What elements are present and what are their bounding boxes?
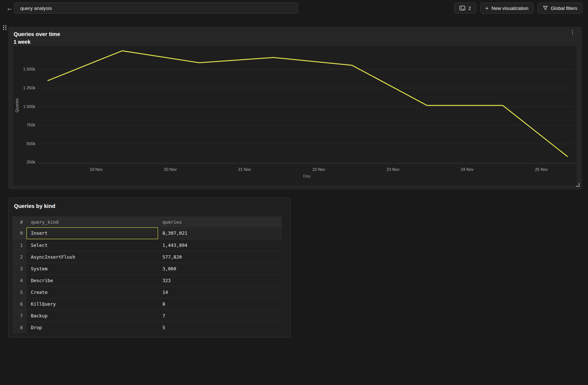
svg-text:22 Nov: 22 Nov	[312, 167, 325, 172]
query-kind-cell[interactable]: Describe	[26, 274, 158, 286]
queries-value-cell[interactable]: 323	[158, 274, 282, 286]
row-index-cell[interactable]: 8	[12, 321, 26, 333]
svg-text:19 Nov: 19 Nov	[90, 167, 103, 172]
svg-text:21 Nov: 21 Nov	[238, 167, 251, 172]
svg-text:1 500k: 1 500k	[23, 67, 36, 71]
table-header-row: # query_kind queries	[12, 216, 282, 227]
queries-value-cell[interactable]: 3,060	[158, 263, 282, 274]
svg-text:Day: Day	[303, 174, 311, 178]
row-index-cell[interactable]: 6	[12, 298, 26, 310]
queries-by-kind-table: # query_kind queries 0Insert8,307,0211Se…	[12, 216, 282, 333]
panel-resize-handle[interactable]	[576, 183, 580, 187]
table-row: 8Drop5	[12, 321, 282, 333]
query-kind-cell[interactable]: Backup	[26, 310, 158, 321]
panel-menu-button[interactable]: ⋮	[569, 29, 576, 36]
column-header-index[interactable]: #	[12, 216, 26, 227]
table-row: 5Create14	[12, 286, 282, 298]
back-button[interactable]: ←	[4, 3, 15, 13]
svg-text:250k: 250k	[26, 160, 35, 164]
query-kind-cell[interactable]: Drop	[26, 321, 158, 333]
svg-text:1 000k: 1 000k	[23, 104, 36, 109]
queries-value-cell[interactable]: 7	[158, 310, 282, 321]
svg-text:750k: 750k	[26, 123, 35, 127]
drag-dots-icon	[2, 24, 7, 31]
query-kind-cell[interactable]: Insert	[26, 227, 158, 239]
svg-text:25 Nov: 25 Nov	[535, 167, 548, 172]
back-arrow-icon: ←	[6, 4, 13, 12]
chart-panel-title: Queries over time	[14, 31, 60, 37]
query-kind-cell[interactable]: System	[26, 263, 158, 274]
kebab-menu-icon: ⋮	[570, 29, 576, 35]
queries-over-time-chart: 250k500k750k1 000k1 250k1 500k19 Nov20 N…	[13, 46, 577, 186]
new-visualization-button[interactable]: + New visualization	[480, 3, 534, 14]
query-kind-cell[interactable]: KillQuery	[26, 298, 158, 310]
queries-value-cell[interactable]: 8	[158, 298, 282, 310]
table-row: 3System3,060	[12, 263, 282, 274]
row-index-cell[interactable]: 4	[12, 274, 26, 286]
topbar-actions: 2 + New visualization Global filters	[454, 3, 582, 14]
queries-value-cell[interactable]: 5	[158, 321, 282, 333]
sql-console-icon	[459, 6, 465, 11]
query-kind-cell[interactable]: AsyncInsertFlush	[26, 251, 158, 263]
svg-text:Queries: Queries	[15, 98, 19, 112]
svg-text:24 Nov: 24 Nov	[461, 167, 474, 172]
chart-panel-subtitle: 1 week	[14, 39, 31, 45]
dashboard-title-input[interactable]	[14, 3, 298, 14]
row-index-cell[interactable]: 3	[12, 263, 26, 274]
row-index-cell[interactable]: 1	[12, 239, 26, 251]
row-index-cell[interactable]: 0	[12, 227, 26, 239]
queries-value-cell[interactable]: 14	[158, 286, 282, 298]
queries-value-cell[interactable]: 577,820	[158, 251, 282, 263]
selected-cell-ring	[26, 227, 158, 239]
table-row: 0Insert8,307,021	[12, 227, 282, 239]
sql-console-tabs-button[interactable]: 2	[454, 3, 476, 14]
row-index-cell[interactable]: 2	[12, 251, 26, 263]
table-row: 1Select1,443,894	[12, 239, 282, 251]
filter-funnel-icon	[543, 6, 548, 11]
query-kind-cell[interactable]: Create	[26, 286, 158, 298]
table-row: 4Describe323	[12, 274, 282, 286]
plus-icon: +	[485, 5, 489, 11]
row-index-cell[interactable]: 7	[12, 310, 26, 321]
table-row: 6KillQuery8	[12, 298, 282, 310]
queries-by-kind-panel: Queries by kind # query_kind queries 0In…	[8, 198, 291, 338]
column-header-queries[interactable]: queries	[158, 216, 282, 227]
queries-over-time-panel: Queries over time 1 week ⋮ 250k500k750k1…	[8, 27, 582, 189]
table-row: 7Backup7	[12, 310, 282, 321]
column-header-query-kind[interactable]: query_kind	[26, 216, 158, 227]
top-bar: ← 2 + New visualization Global filter	[0, 0, 588, 16]
global-filters-label: Global filters	[551, 6, 577, 11]
table-panel-title: Queries by kind	[14, 203, 55, 209]
svg-text:1 250k: 1 250k	[23, 86, 36, 90]
svg-text:20 Nov: 20 Nov	[164, 167, 177, 172]
table-row: 2AsyncInsertFlush577,820	[12, 251, 282, 263]
queries-value-cell[interactable]: 8,307,021	[158, 227, 282, 239]
line-chart-svg: 250k500k750k1 000k1 250k1 500k19 Nov20 N…	[13, 46, 577, 186]
query-kind-cell[interactable]: Select	[26, 239, 158, 251]
panel-drag-handle[interactable]	[2, 24, 7, 31]
new-visualization-label: New visualization	[491, 6, 528, 11]
queries-value-cell[interactable]: 1,443,894	[158, 239, 282, 251]
global-filters-button[interactable]: Global filters	[538, 3, 582, 14]
row-index-cell[interactable]: 5	[12, 286, 26, 298]
svg-text:23 Nov: 23 Nov	[387, 167, 399, 172]
svg-text:500k: 500k	[26, 141, 35, 146]
sql-console-count: 2	[468, 6, 471, 11]
